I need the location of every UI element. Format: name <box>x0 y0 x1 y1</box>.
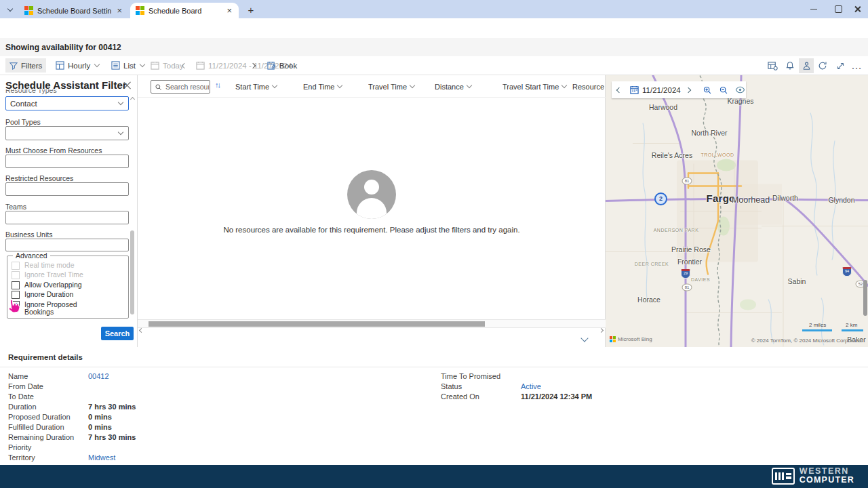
close-button[interactable] <box>846 0 868 18</box>
board-settings-button[interactable] <box>765 58 780 73</box>
details-row: Proposed Duration0 mins <box>8 411 388 422</box>
mouse-cursor-hand <box>5 297 23 314</box>
resource-list-header: ↑↓ Start TimeEnd TimeTravel TimeDistance… <box>138 75 606 98</box>
zoom-in-icon[interactable] <box>703 85 712 95</box>
details-label: Time To Promised <box>441 372 521 380</box>
details-row: Created On11/21/2024 12:34 PM <box>441 391 821 401</box>
business-units-label: Business Units <box>5 230 52 239</box>
highway-shield: 81 <box>682 284 692 291</box>
list-icon <box>111 61 120 70</box>
minimize-button[interactable] <box>800 0 827 18</box>
resource-search-input[interactable] <box>164 82 210 92</box>
search-button[interactable]: Search <box>101 327 134 340</box>
tab-close-icon[interactable]: × <box>225 5 233 16</box>
next-range-chevron[interactable] <box>247 58 259 73</box>
details-label: Status <box>441 382 521 390</box>
scale-miles-bar <box>802 329 832 331</box>
schedule-assistant-button[interactable] <box>799 58 814 73</box>
map-resource-marker[interactable]: 2 <box>654 192 667 205</box>
must-choose-input[interactable] <box>5 155 129 168</box>
highway-shield: 29 <box>681 269 690 279</box>
map-label: Horace <box>637 296 660 304</box>
more-options-button[interactable]: … <box>849 58 864 73</box>
map-panel[interactable]: KragnesHarwoodNorth RiverReile's AcresTR… <box>606 75 868 347</box>
checkbox[interactable] <box>12 281 20 289</box>
details-label: To Date <box>8 392 88 401</box>
map-calendar-icon[interactable] <box>630 85 639 94</box>
dynamics-favicon <box>136 6 144 15</box>
schedule-board-toolbar: Filters Hourly List Today <box>0 56 868 75</box>
advanced-legend: Advanced <box>13 251 50 260</box>
list-view-button[interactable]: List <box>107 58 149 73</box>
pool-types-select[interactable] <box>5 126 129 140</box>
details-label: Name <box>8 372 88 380</box>
map-date-toolbar: 11/21/2024 <box>612 81 746 98</box>
map-next-day-chevron[interactable] <box>681 88 696 92</box>
chevron-down-icon <box>118 100 123 105</box>
column-header-start-time[interactable]: Start Time <box>235 83 303 91</box>
zoom-out-icon[interactable] <box>719 85 728 95</box>
notifications-bell-button[interactable] <box>783 58 797 73</box>
expand-button[interactable] <box>833 58 848 73</box>
tab-schedule-board[interactable]: Schedule Board × <box>130 3 239 18</box>
details-value[interactable]: Active <box>521 382 541 390</box>
map-label: DAVIES <box>691 277 710 282</box>
details-label: Created On <box>441 392 521 401</box>
horizontal-scrollbar-thumb[interactable] <box>149 321 485 327</box>
scale-km-label: 2 km <box>846 322 857 328</box>
map-label: Frontier <box>677 258 702 266</box>
new-tab-button[interactable]: + <box>244 3 258 17</box>
book-button[interactable]: Book <box>263 58 301 73</box>
sort-icon[interactable]: ↑↓ <box>215 81 220 89</box>
empty-message: No resources are available for this requ… <box>138 226 606 234</box>
close-filter-panel-icon[interactable] <box>123 81 132 90</box>
person-placeholder-icon <box>347 170 396 219</box>
map-visibility-icon[interactable] <box>735 85 745 95</box>
browser-window: Schedule Board Settings Active × Schedul… <box>0 0 868 488</box>
map-label: DEER CREEK <box>635 262 669 266</box>
scrollbar-up-arrow[interactable] <box>131 92 134 104</box>
column-header-travel-time[interactable]: Travel Time <box>368 83 435 91</box>
previous-range-chevron[interactable] <box>178 58 191 73</box>
checkbox-label: Ignore Proposed Bookings <box>24 301 104 316</box>
teams-input[interactable] <box>5 211 129 224</box>
details-value: 0 mins <box>88 413 112 421</box>
horizontal-scrollbar[interactable] <box>138 319 606 328</box>
restricted-resources-input[interactable] <box>5 182 129 196</box>
filter-panel-scrollbar[interactable] <box>130 230 134 314</box>
column-header-travel-start-time[interactable]: Travel Start Time <box>502 83 572 91</box>
checkbox-row: Real time mode <box>12 262 128 270</box>
details-value[interactable]: Midwest <box>88 453 115 462</box>
details-label: Remaining Duration <box>8 433 88 441</box>
scroll-right-arrow[interactable] <box>599 323 603 335</box>
collapse-panel-chevron[interactable] <box>582 331 587 344</box>
details-label: Proposed Duration <box>8 413 88 421</box>
hourly-view-button[interactable]: Hourly <box>52 58 103 73</box>
refresh-button[interactable] <box>815 58 830 73</box>
advanced-fieldset: Advanced Real time modeIgnore Travel Tim… <box>7 256 129 319</box>
divider <box>0 367 868 367</box>
teams-label: Teams <box>5 203 26 211</box>
tab-schedule-board-settings[interactable]: Schedule Board Settings Active × <box>19 3 129 18</box>
scroll-left-arrow[interactable] <box>140 323 143 335</box>
column-headers: Start TimeEnd TimeTravel TimeDistanceTra… <box>235 75 620 98</box>
resource-types-label: Resource Types <box>5 89 57 94</box>
bing-logo: Microsoft Bing <box>610 336 652 342</box>
pool-types-label: Pool Types <box>5 118 41 126</box>
resource-types-select[interactable]: Contact <box>5 96 129 110</box>
chevron-down-icon <box>467 83 472 88</box>
column-header-distance[interactable]: Distance <box>435 83 502 91</box>
business-units-input[interactable] <box>5 239 129 251</box>
map-label: Glyndon <box>828 196 854 204</box>
western-computer-mark-icon <box>772 468 795 485</box>
details-value[interactable]: 00412 <box>88 372 109 380</box>
resource-list-panel: ↑↓ Start TimeEnd TimeTravel TimeDistance… <box>138 75 606 347</box>
tab-search-chevron-icon[interactable] <box>4 4 16 15</box>
tab-close-icon[interactable]: × <box>115 5 123 16</box>
calendar-icon <box>151 61 159 70</box>
filters-button[interactable]: Filters <box>5 58 46 73</box>
resource-search-box[interactable] <box>151 80 210 94</box>
column-header-end-time[interactable]: End Time <box>303 83 368 91</box>
map-scrollbar[interactable] <box>863 280 867 316</box>
map-previous-day-chevron[interactable] <box>612 88 627 92</box>
